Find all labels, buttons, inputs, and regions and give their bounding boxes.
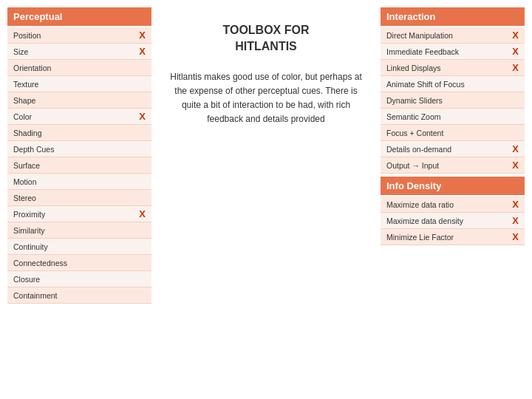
item-label: Maximize data ratio: [386, 200, 454, 209]
item-label: Texture: [13, 80, 38, 89]
item-label: Motion: [13, 177, 37, 186]
x-mark: X: [512, 30, 519, 41]
item-label: Depth Cues: [13, 145, 54, 154]
item-label: Orientation: [13, 64, 51, 72]
list-item: Shape: [7, 92, 151, 109]
list-item: Immediate FeedbackX: [381, 44, 525, 60]
toolbox-title: TOOLBOX FORHITLANTIS: [222, 22, 309, 55]
item-label: Details on-demand: [386, 145, 451, 154]
list-item: ColorX: [7, 109, 151, 125]
item-label: Color: [13, 112, 32, 121]
item-label: Output → Input: [386, 161, 439, 170]
list-item: Motion: [7, 174, 151, 190]
list-item: Connectedness: [7, 255, 151, 271]
list-item: Stereo: [7, 190, 151, 206]
description-text: Hitlantis makes good use of color, but p…: [157, 70, 375, 127]
x-mark: X: [139, 30, 146, 41]
x-mark: X: [512, 199, 519, 210]
x-mark: X: [512, 160, 519, 171]
perceptual-items: PositionXSizeXOrientationTextureShapeCol…: [7, 27, 151, 304]
list-item: Dynamic Sliders: [381, 92, 525, 109]
list-item: Semantic Zoom: [381, 109, 525, 125]
list-item: Depth Cues: [7, 141, 151, 157]
list-item: Details on-demandX: [381, 141, 525, 157]
list-item: SizeX: [7, 44, 151, 60]
interaction-section: Interaction Direct ManipulationXImmediat…: [381, 7, 525, 174]
x-mark: X: [139, 111, 146, 122]
list-item: Containment: [7, 287, 151, 304]
list-item: Animate Shift of Focus: [381, 76, 525, 92]
item-label: Position: [13, 31, 41, 40]
item-label: Surface: [13, 161, 40, 170]
info-density-header: Info Density: [381, 177, 525, 195]
list-item: Texture: [7, 76, 151, 92]
list-item: Minimize Lie FactorX: [381, 229, 525, 245]
list-item: Maximize data densityX: [381, 213, 525, 229]
item-label: Focus + Content: [386, 129, 443, 137]
right-section: Interaction Direct ManipulationXImmediat…: [381, 7, 525, 392]
list-item: PositionX: [7, 27, 151, 44]
x-mark: X: [139, 208, 146, 219]
list-item: Linked DisplaysX: [381, 60, 525, 76]
item-label: Maximize data density: [386, 216, 463, 225]
list-item: Direct ManipulationX: [381, 27, 525, 44]
item-label: Connectedness: [13, 259, 67, 267]
item-label: Similarity: [13, 226, 45, 235]
item-label: Semantic Zoom: [386, 112, 441, 121]
x-mark: X: [512, 143, 519, 154]
item-label: Closure: [13, 275, 40, 284]
item-label: Proximity: [13, 210, 45, 219]
x-mark: X: [512, 62, 519, 73]
interaction-items: Direct ManipulationXImmediate FeedbackXL…: [381, 27, 525, 174]
list-item: Maximize data ratioX: [381, 197, 525, 213]
info-density-items: Maximize data ratioXMaximize data densit…: [381, 197, 525, 245]
list-item: Shading: [7, 125, 151, 141]
item-label: Shape: [13, 96, 35, 105]
middle-section: TOOLBOX FORHITLANTIS Hitlantis makes goo…: [157, 7, 375, 392]
list-item: Focus + Content: [381, 125, 525, 141]
x-mark: X: [512, 231, 519, 242]
item-label: Dynamic Sliders: [386, 96, 443, 105]
item-label: Stereo: [13, 194, 36, 202]
item-label: Direct Manipulation: [386, 31, 453, 40]
info-density-section: Info Density Maximize data ratioXMaximiz…: [381, 177, 525, 245]
interaction-header: Interaction: [381, 7, 525, 26]
item-label: Immediate Feedback: [386, 47, 459, 56]
item-label: Shading: [13, 129, 42, 137]
list-item: Surface: [7, 157, 151, 174]
list-item: Orientation: [7, 60, 151, 76]
list-item: Continuity: [7, 239, 151, 255]
list-item: Output → InputX: [381, 157, 525, 174]
item-label: Minimize Lie Factor: [386, 233, 454, 242]
perceptual-header: Perceptual: [7, 7, 151, 26]
x-mark: X: [512, 215, 519, 226]
item-label: Size: [13, 47, 28, 56]
perceptual-section: Perceptual PositionXSizeXOrientationText…: [7, 7, 151, 392]
list-item: Closure: [7, 271, 151, 287]
list-item: ProximityX: [7, 206, 151, 222]
item-label: Animate Shift of Focus: [386, 80, 465, 89]
x-mark: X: [512, 46, 519, 57]
item-label: Continuity: [13, 242, 48, 251]
list-item: Similarity: [7, 222, 151, 239]
x-mark: X: [139, 46, 146, 57]
item-label: Containment: [13, 291, 58, 300]
item-label: Linked Displays: [386, 64, 441, 72]
